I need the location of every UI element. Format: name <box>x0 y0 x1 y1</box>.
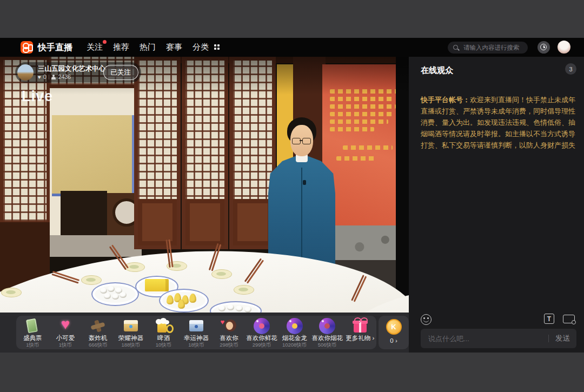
gift-bar: 盛典票 1快币 ♥ 小可爱 1快币 轰炸机 666快币 荣耀神器 188快币 啤… <box>0 313 409 353</box>
gift-item-xiaokeai[interactable]: ♥ 小可爱 1快币 <box>49 316 82 349</box>
search-icon <box>453 45 459 51</box>
followed-button[interactable]: 已关注 <box>103 65 139 80</box>
chat-input[interactable] <box>427 334 542 343</box>
scene-plate-pears <box>159 289 209 313</box>
chat-sidebar: 在线观众 3 快手平台帐号：欢迎来到直播间！快手禁止未成年直播或打赏、严禁诱导未… <box>409 57 584 353</box>
video-player[interactable]: Live 三山五园文化艺术中心 ♥ 0 2436 已关注 <box>0 57 409 313</box>
scene-cabinet <box>61 191 107 240</box>
gift-panel: 盛典票 1快币 ♥ 小可爱 1快币 轰炸机 666快币 荣耀神器 188快币 啤… <box>16 316 376 349</box>
scene-bowl <box>211 269 232 279</box>
scene-bowl <box>1 288 22 297</box>
scene-bowl <box>81 275 102 285</box>
gift-item-pijiu[interactable]: 啤酒 10快币 <box>147 316 180 349</box>
scene-floor <box>50 235 142 257</box>
system-message-prefix: 快手平台帐号： <box>421 96 470 104</box>
gift-item-xihuanni-xianhua[interactable]: 喜欢你鲜花 299快币 <box>245 316 278 349</box>
online-viewers-title: 在线观众 <box>421 65 453 76</box>
kcoin-wallet[interactable]: K 0 › <box>379 316 409 349</box>
streamer-name: 三山五园文化艺术中心 <box>38 65 105 73</box>
beer-gift-icon <box>155 318 172 334</box>
user-avatar[interactable] <box>558 41 570 54</box>
scene-antique-map <box>52 115 134 196</box>
blue-chest-gift-icon <box>188 318 205 334</box>
nav-esports[interactable]: 赛事 <box>166 42 182 52</box>
search-input[interactable] <box>462 44 527 51</box>
gift-item-yanhuajinlong[interactable]: 烟花金龙 10208快币 <box>278 316 311 349</box>
kuaishou-logo-icon[interactable] <box>21 41 33 54</box>
viewers-icon <box>51 75 56 79</box>
input-divider <box>548 335 549 342</box>
heart-icon: ♥ <box>38 74 41 80</box>
top-navbar: 快手直播 关注 推荐 热门 赛事 分类 <box>0 38 584 57</box>
streamer-avatar[interactable] <box>17 64 34 81</box>
host-microphone <box>303 180 306 185</box>
kcoin-balance: 0 › <box>390 337 397 344</box>
nav-recommend[interactable]: 推荐 <box>113 42 129 52</box>
ticket-gift-icon <box>24 318 41 334</box>
firework-swirl-gift-icon <box>318 318 336 334</box>
page: { "header": { "brand": "快手直播", "nav": [ … <box>0 0 584 392</box>
chat-input-box[interactable]: 发送 <box>421 329 576 348</box>
send-button[interactable]: 发送 <box>555 334 570 343</box>
brand-title: 快手直播 <box>38 38 72 57</box>
gold-chest-gift-icon <box>122 318 140 334</box>
streamer-stats: ♥ 0 2436 <box>38 74 105 80</box>
nav-hot[interactable]: 热门 <box>140 42 156 52</box>
gift-item-xihuanni[interactable]: ♥ 喜欢你 298快币 <box>213 316 245 349</box>
bomber-gift-icon <box>89 318 107 334</box>
video-letterbox-bar <box>396 57 409 313</box>
heart-gift-icon: ♥ <box>57 318 74 334</box>
live-watermark: Live <box>22 88 53 105</box>
search-box[interactable] <box>448 42 528 54</box>
like-count: 0 <box>43 74 47 80</box>
gift-item-rongyaoshenqi[interactable]: 荣耀神器 188快币 <box>115 316 148 349</box>
flower-swirl-gift-icon <box>253 318 270 334</box>
scene-bowl <box>234 285 254 295</box>
gift-item-shengdianpiao[interactable]: 盛典票 1快币 <box>16 316 49 349</box>
emoji-icon[interactable] <box>421 314 432 325</box>
online-count-badge[interactable]: 3 <box>565 63 576 75</box>
host-glasses <box>292 138 311 144</box>
nav-follow[interactable]: 关注 <box>87 42 103 52</box>
text-size-icon[interactable]: T <box>544 314 554 324</box>
scene-plate-buns <box>91 282 139 306</box>
gift-item-xihuanni-yanhua[interactable]: 喜欢你烟花 506快币 <box>311 316 344 349</box>
notification-dot <box>103 40 107 44</box>
viewer-count: 2436 <box>58 74 71 80</box>
danmaku-settings-icon[interactable] <box>563 315 575 323</box>
gift-item-xingyunshenqi[interactable]: 幸运神器 18快币 <box>180 316 213 349</box>
golden-dragon-gift-icon <box>286 318 303 334</box>
main-nav: 关注 推荐 热门 赛事 分类 <box>87 38 220 57</box>
gift-item-hongzhaji[interactable]: 轰炸机 666快币 <box>82 316 115 349</box>
kcoin-icon: K <box>386 319 402 335</box>
streamer-info-card[interactable]: 三山五园文化艺术中心 ♥ 0 2436 已关注 <box>15 62 141 83</box>
more-gifts-button[interactable]: 更多礼物 › <box>343 316 376 349</box>
platform-system-message: 快手平台帐号：欢迎来到直播间！快手禁止未成年直播或打赏、严禁诱导未成年消费，同时… <box>421 94 575 151</box>
categories-grid-icon[interactable] <box>214 44 220 50</box>
history-clock-icon[interactable] <box>537 41 550 54</box>
nav-categories[interactable]: 分类 <box>193 42 209 52</box>
gift-box-icon <box>351 318 369 334</box>
kiss-face-gift-icon: ♥ <box>221 318 238 334</box>
